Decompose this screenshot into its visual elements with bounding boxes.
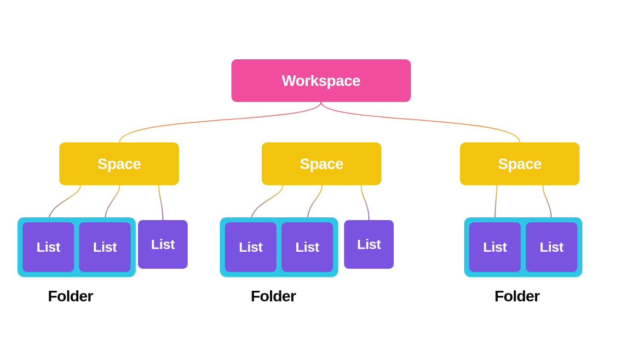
list-label: List	[540, 239, 563, 255]
list-node-standalone: List	[138, 220, 188, 269]
space-label: Space	[300, 155, 344, 173]
folder-container: List List	[220, 217, 338, 277]
workspace-node: Workspace	[231, 59, 411, 102]
list-node: List	[23, 222, 74, 272]
list-label: List	[151, 237, 174, 252]
hierarchy-diagram: Workspace Space Space Space List List Li…	[0, 0, 644, 362]
folder-label: Folder	[494, 287, 540, 305]
list-label: List	[36, 239, 60, 255]
space-node: Space	[460, 142, 580, 185]
workspace-label: Workspace	[282, 72, 361, 90]
space-node: Space	[262, 142, 381, 185]
list-node: List	[469, 222, 521, 272]
folder-container: List List	[17, 217, 136, 277]
folder-label: Folder	[251, 287, 296, 305]
list-label: List	[93, 239, 116, 255]
list-label: List	[483, 239, 506, 255]
list-label: List	[295, 239, 319, 255]
list-node: List	[526, 222, 577, 272]
space-label: Space	[498, 155, 542, 173]
list-node: List	[79, 222, 131, 272]
list-label: List	[357, 237, 380, 252]
list-node: List	[225, 222, 276, 272]
list-node-standalone: List	[344, 220, 394, 269]
list-node: List	[282, 222, 333, 272]
folder-label: Folder	[48, 287, 93, 305]
space-label: Space	[98, 155, 141, 173]
space-node: Space	[59, 142, 179, 185]
list-label: List	[239, 239, 262, 255]
folder-container: List List	[464, 217, 582, 277]
